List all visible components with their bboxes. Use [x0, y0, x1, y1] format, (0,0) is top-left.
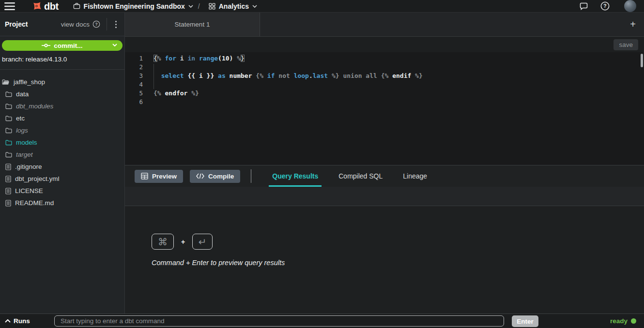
- tree-item--gitignore[interactable]: .gitignore: [0, 161, 124, 173]
- tree-item-dbt-modules[interactable]: dbt_modules: [0, 100, 124, 112]
- folder-icon: [5, 103, 12, 109]
- folder-icon: [5, 115, 12, 121]
- preview-button-label: Preview: [152, 173, 177, 180]
- folder-icon: [5, 91, 12, 97]
- shortcut-keys: ⌘ + ↵: [152, 234, 644, 250]
- breadcrumb-separator: /: [198, 2, 200, 10]
- tree-item-logs[interactable]: logs: [0, 124, 124, 136]
- runs-toggle[interactable]: Runs: [5, 314, 30, 328]
- line-number: 3: [125, 72, 143, 80]
- code-icon: [196, 173, 204, 179]
- line-number: 5: [125, 89, 143, 98]
- tree-item-label: data: [16, 90, 29, 98]
- editor-scrollbar-thumb[interactable]: [641, 54, 643, 67]
- commit-button[interactable]: commit...: [2, 40, 123, 51]
- file-icon: [5, 188, 11, 194]
- project-name: Fishtown Engineering Sandbox: [84, 2, 185, 10]
- user-avatar[interactable]: [624, 0, 636, 12]
- file-tree: jaffle_shopdatadbt_modulesetclogsmodelst…: [0, 70, 124, 209]
- line-number-gutter: 123456: [125, 52, 143, 165]
- svg-text:?: ?: [603, 3, 606, 9]
- shortcut-hint-text: Command + Enter to preview query results: [152, 259, 644, 267]
- chevron-down-icon: [112, 44, 117, 46]
- svg-text:?: ?: [95, 22, 97, 27]
- results-tabs: Query ResultsCompiled SQLLineage: [262, 165, 437, 187]
- chat-icon[interactable]: [580, 2, 588, 10]
- results-content: ⌘ + ↵ Command + Enter to preview query r…: [125, 206, 644, 313]
- view-docs-link[interactable]: view docs ?: [61, 20, 100, 28]
- tree-item-label: target: [16, 151, 33, 158]
- dbt-logo[interactable]: dbt: [31, 0, 59, 12]
- environment-name: Analytics: [219, 2, 249, 10]
- tree-item-etc[interactable]: etc: [0, 112, 124, 124]
- briefcase-icon: [73, 2, 80, 10]
- top-bar: dbt Fishtown Engineering Sandbox / Analy…: [0, 0, 644, 13]
- bottom-bar: Runs Enter ready: [0, 313, 644, 328]
- editor-toolbar: save: [125, 37, 644, 52]
- file-icon: [5, 164, 11, 170]
- status-label: ready: [610, 317, 628, 325]
- question-circle-icon: ?: [92, 20, 100, 28]
- main-area: Statement 1 + save 123456 {% for i in ra…: [125, 13, 644, 313]
- plus-icon: +: [630, 19, 636, 30]
- tree-item-license[interactable]: LICENSE: [0, 185, 124, 197]
- enter-button[interactable]: Enter: [512, 315, 538, 327]
- tab-query-results[interactable]: Query Results: [262, 165, 328, 187]
- view-docs-label: view docs: [61, 21, 90, 28]
- environment-switcher[interactable]: Analytics: [209, 2, 257, 10]
- code-line-2: [153, 63, 423, 72]
- folder-icon: [5, 127, 12, 134]
- table-icon: [141, 173, 148, 179]
- editor-tab-bar: Statement 1 +: [125, 13, 644, 37]
- tree-item-target[interactable]: target: [0, 149, 124, 161]
- project-title: Project: [5, 20, 61, 28]
- chevron-down-icon: [252, 5, 257, 8]
- compile-button-label: Compile: [208, 173, 234, 180]
- preview-button[interactable]: Preview: [135, 170, 183, 183]
- dbt-logo-text: dbt: [44, 1, 59, 11]
- code-editor[interactable]: 123456 {% for i in range(10) %} select {…: [125, 52, 644, 165]
- tree-item-dbt-project-yml[interactable]: dbt_project.yml: [0, 173, 124, 185]
- results-header-strip: [125, 187, 644, 206]
- code-content[interactable]: {% for i in range(10) %} select {{ i }} …: [143, 52, 423, 165]
- tree-item-data[interactable]: data: [0, 88, 124, 100]
- tab-compiled-sql[interactable]: Compiled SQL: [328, 165, 393, 187]
- code-line-6: [153, 98, 423, 106]
- hamburger-menu-icon[interactable]: [4, 2, 15, 10]
- new-tab-button[interactable]: +: [626, 13, 640, 36]
- folder-icon: [5, 151, 12, 158]
- git-commit-icon: [42, 43, 50, 48]
- chevron-up-icon: [5, 319, 11, 323]
- runs-label: Runs: [14, 317, 30, 325]
- sidebar: Project view docs ? commit... branch: re…: [0, 13, 125, 313]
- line-number: 2: [125, 63, 143, 72]
- kebab-menu-icon[interactable]: [112, 19, 120, 30]
- compile-button[interactable]: Compile: [190, 170, 240, 183]
- header-divider: [107, 18, 107, 30]
- save-button[interactable]: save: [613, 39, 638, 50]
- folder-icon: [5, 139, 12, 146]
- tree-item-label: README.md: [15, 199, 54, 207]
- help-icon[interactable]: ?: [600, 1, 610, 11]
- tree-item-jaffle-shop[interactable]: jaffle_shop: [0, 76, 124, 88]
- plus-separator: +: [181, 238, 185, 246]
- enter-key-icon: ↵: [192, 234, 213, 250]
- tree-item-models[interactable]: models: [0, 136, 124, 149]
- line-number: 1: [125, 54, 143, 63]
- status-dot: [631, 318, 636, 324]
- commit-button-label: commit...: [54, 42, 82, 49]
- toolbar-divider: [251, 169, 251, 183]
- file-icon: [5, 176, 11, 182]
- dbt-command-input[interactable]: [54, 315, 504, 327]
- chevron-down-icon: [188, 5, 193, 8]
- tree-item-label: models: [16, 139, 37, 146]
- tree-item-label: logs: [16, 127, 28, 134]
- tree-item-readme-md[interactable]: README.md: [0, 197, 124, 209]
- tree-item-label: dbt_modules: [16, 103, 53, 110]
- status-indicator: ready: [610, 314, 636, 328]
- project-switcher[interactable]: Fishtown Engineering Sandbox: [73, 2, 193, 10]
- tab-statement-1[interactable]: Statement 1: [125, 13, 260, 36]
- tab-lineage[interactable]: Lineage: [393, 165, 437, 187]
- dbt-logo-icon: [31, 0, 43, 12]
- tree-item-label: etc: [16, 115, 25, 122]
